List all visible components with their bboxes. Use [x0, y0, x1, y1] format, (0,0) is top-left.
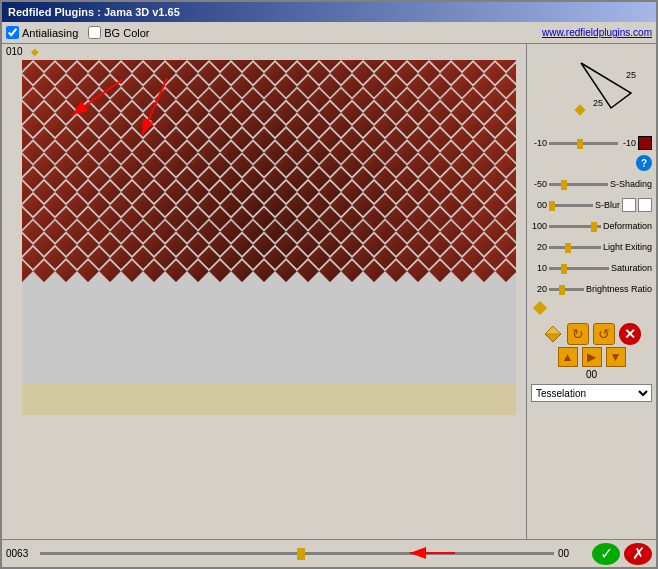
deformation-value: 100 — [531, 221, 547, 231]
saturation-row: 10 Saturation — [531, 259, 652, 277]
reset-rotation-btn[interactable]: ✕ — [619, 323, 641, 345]
bottom-arrow-svg — [400, 543, 460, 563]
menu-bar: Antialiasing BG Color www.redfieldplugin… — [2, 22, 656, 44]
svg-rect-4 — [574, 104, 585, 115]
s-blur-track[interactable] — [549, 204, 593, 207]
tessellation-row: Tesselation — [531, 384, 652, 402]
s-shading-value: -50 — [531, 179, 547, 189]
slider-row-1: -10 -10 — [531, 134, 652, 152]
saturation-value: 10 — [531, 263, 547, 273]
bottom-bar: 0063 00 ✓ ✗ — [2, 539, 656, 567]
bottom-thumb[interactable] — [297, 548, 305, 560]
deformation-thumb[interactable] — [591, 222, 597, 232]
cancel-button[interactable]: ✗ — [624, 543, 652, 565]
brightness-label: Brightness Ratio — [586, 284, 652, 294]
s-shading-row: -50 S-Shading — [531, 175, 652, 193]
move-up-btn[interactable]: ▲ — [558, 347, 578, 367]
antialiasing-checkbox[interactable] — [6, 26, 19, 39]
title-bar: Redfiled Plugins : Jama 3D v1.65 — [2, 2, 656, 22]
saturation-thumb[interactable] — [561, 264, 567, 274]
controls-area: ↻ ↺ ✕ ▲ ▶ ▼ — [531, 323, 652, 367]
brightness-thumb[interactable] — [559, 285, 565, 295]
light-diagram: 25 25 — [531, 48, 651, 123]
brightness-value: 20 — [531, 284, 547, 294]
sblur-box-1[interactable] — [622, 198, 636, 212]
bottom-left-label: 0063 — [6, 548, 36, 559]
svg-marker-3 — [581, 63, 631, 108]
svg-text:25: 25 — [593, 98, 603, 108]
main-window: Redfiled Plugins : Jama 3D v1.65 Antiali… — [0, 0, 658, 569]
title-text: Redfiled Plugins : Jama 3D v1.65 — [8, 6, 180, 18]
antialiasing-label: Antialiasing — [22, 27, 78, 39]
light-exiting-track[interactable] — [549, 246, 601, 249]
small-diamond-row — [535, 303, 652, 315]
bg-color-check[interactable]: BG Color — [88, 26, 149, 39]
tessellation-dropdown[interactable]: Tesselation — [531, 384, 652, 402]
bg-color-label: BG Color — [104, 27, 149, 39]
bottom-center-label: 00 — [558, 548, 588, 559]
antialiasing-check[interactable]: Antialiasing — [6, 26, 78, 39]
slider1-thumb[interactable] — [577, 139, 583, 149]
bottom-slider[interactable] — [40, 552, 554, 555]
svg-text:25: 25 — [626, 70, 636, 80]
icon-row-1: ↻ ↺ ✕ — [543, 323, 641, 345]
canvas-top-label: 010 ◆ — [6, 46, 39, 57]
rotate-ccw-btn[interactable]: ↺ — [593, 323, 615, 345]
website-link[interactable]: www.redfieldplugins.com — [542, 27, 652, 38]
ok-button[interactable]: ✓ — [592, 543, 620, 565]
brightness-track[interactable] — [549, 288, 584, 291]
small-diamond-icon — [533, 301, 547, 315]
deformation-track[interactable] — [549, 225, 601, 228]
canvas-area: 010 ◆ — [2, 44, 526, 539]
light-exiting-row: 20 Light Exiting — [531, 238, 652, 256]
slider1-value: -10 — [531, 138, 547, 148]
info-row: ? — [531, 155, 652, 171]
bg-color-checkbox[interactable] — [88, 26, 101, 39]
light-exiting-thumb[interactable] — [565, 243, 571, 253]
main-area: 010 ◆ — [2, 44, 656, 539]
diamond-nav-icon — [543, 324, 563, 344]
light-exiting-value: 20 — [531, 242, 547, 252]
svg-marker-8 — [545, 326, 561, 334]
slider1-track[interactable] — [549, 142, 618, 145]
icon-row-2: ▲ ▶ ▼ — [558, 347, 626, 367]
s-blur-thumb[interactable] — [549, 201, 555, 211]
s-blur-row: 00 S-Blur — [531, 196, 652, 214]
diamond-nav-svg — [543, 324, 563, 344]
rotate-cw-btn[interactable]: ↻ — [567, 323, 589, 345]
slider2-value: -10 — [620, 138, 636, 148]
rotation-value: 00 — [531, 369, 652, 380]
saturation-track[interactable] — [549, 267, 609, 270]
deformation-label: Deformation — [603, 221, 652, 231]
move-down-btn[interactable]: ▼ — [606, 347, 626, 367]
menu-bar-left: Antialiasing BG Color — [6, 26, 542, 39]
s-blur-value: 00 — [531, 200, 547, 210]
s-shading-thumb[interactable] — [561, 180, 567, 190]
saturation-label: Saturation — [611, 263, 652, 273]
s-shading-track[interactable] — [549, 183, 608, 186]
s-blur-label: S-Blur — [595, 200, 620, 210]
light-exiting-label: Light Exiting — [603, 242, 652, 252]
bottom-panel — [2, 415, 526, 539]
color-box[interactable] — [638, 136, 652, 150]
move-right-btn[interactable]: ▶ — [582, 347, 602, 367]
light-widget: 25 25 — [531, 48, 652, 128]
s-blur-boxes — [622, 198, 652, 212]
info-icon[interactable]: ? — [636, 155, 652, 171]
deformation-row: 100 Deformation — [531, 217, 652, 235]
brightness-row: 20 Brightness Ratio — [531, 280, 652, 298]
sblur-box-2[interactable] — [638, 198, 652, 212]
s-shading-label: S-Shading — [610, 179, 652, 189]
right-panel: 25 25 -10 -10 ? -50 — [526, 44, 656, 539]
